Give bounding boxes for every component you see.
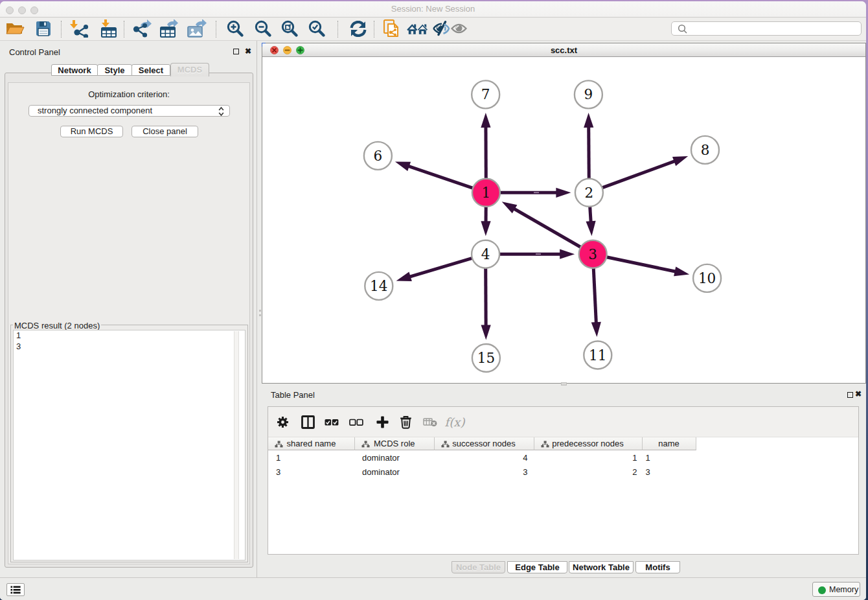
float-table-panel-button[interactable]: [847, 392, 853, 398]
close-panel-button[interactable]: ✖: [245, 48, 251, 55]
function-builder-button[interactable]: f(x): [442, 413, 467, 432]
column-header-name[interactable]: name: [643, 437, 696, 451]
save-session-button[interactable]: [33, 19, 54, 38]
mcds-result-item[interactable]: 1: [14, 330, 245, 341]
new-network-from-selection-button[interactable]: [381, 19, 402, 38]
checked-boxes-icon: [325, 419, 339, 426]
network-view-window: scc.txt 7968124314101511: [262, 43, 866, 384]
control-panel-tabs: Network Style Select MCDS: [0, 63, 257, 77]
graph-arrowhead: [502, 202, 518, 213]
deselect-all-button[interactable]: [347, 413, 366, 432]
graph-edge-3-11[interactable]: [593, 268, 596, 323]
tab-network[interactable]: Network: [51, 64, 98, 76]
vertical-splitter[interactable]: [259, 310, 261, 319]
show-panels-button[interactable]: [6, 583, 25, 596]
tab-node-table[interactable]: Node Table: [451, 561, 505, 573]
result-scrollbar[interactable]: [234, 331, 239, 559]
criterion-dropdown[interactable]: strongly connected component: [29, 105, 230, 117]
toolbar-separator: [374, 21, 374, 38]
graph-node-label: 15: [477, 350, 495, 366]
tab-network-table[interactable]: Network Table: [569, 561, 634, 573]
import-network-button[interactable]: [69, 19, 90, 38]
import-table-icon: [100, 19, 118, 38]
criterion-value: strongly connected component: [38, 106, 152, 115]
graph-edge-2-9[interactable]: [589, 126, 589, 179]
column-header-successor-nodes[interactable]: successor nodes: [435, 437, 534, 451]
mcds-result-list[interactable]: 1 3: [13, 330, 246, 560]
save-icon: [35, 20, 52, 37]
zoom-in-button[interactable]: [225, 19, 246, 38]
copy-network-icon: [382, 19, 400, 38]
apply-layout-button[interactable]: [348, 19, 369, 38]
table-settings-button[interactable]: [273, 413, 293, 432]
show-all-button[interactable]: [448, 19, 469, 38]
graph-arrowhead: [556, 188, 571, 198]
unchecked-boxes-icon: [349, 419, 363, 426]
network-window-titlebar: scc.txt: [262, 43, 865, 57]
horizontal-splitter-handle[interactable]: [561, 382, 567, 386]
table-toolbar: f(x): [268, 407, 858, 437]
delete-table-button[interactable]: [420, 413, 440, 432]
graph-arrowhead: [672, 156, 688, 166]
graph-arrowhead: [481, 325, 491, 340]
graph-node-label: 11: [589, 347, 606, 363]
first-neighbors-button[interactable]: [405, 19, 429, 38]
network-canvas[interactable]: 7968124314101511: [262, 57, 865, 383]
export-network-button[interactable]: [131, 19, 152, 38]
graph-edge-2-3[interactable]: [590, 206, 591, 223]
eye-slash-icon: [433, 21, 450, 36]
open-session-button[interactable]: [5, 19, 25, 38]
column-header-predecessor-nodes[interactable]: predecessor nodes: [534, 437, 643, 451]
graph-edge-3-10[interactable]: [606, 257, 676, 271]
import-table-button[interactable]: [98, 19, 119, 38]
graph-node-label: 14: [370, 278, 387, 294]
graph-arrowhead: [396, 272, 412, 282]
fit-content-button[interactable]: [279, 19, 300, 38]
graph-edge-4-14[interactable]: [409, 258, 473, 277]
export-table-button[interactable]: [159, 19, 179, 38]
memory-label: Memory: [829, 585, 858, 594]
control-panel-title: Control Panel: [9, 47, 60, 57]
window-title: Session: New Session: [0, 4, 866, 14]
float-panel-button[interactable]: [233, 49, 239, 54]
memory-button[interactable]: Memory: [812, 582, 860, 597]
list-icon: [10, 586, 21, 594]
column-header-shared-name[interactable]: shared name: [268, 437, 355, 451]
eye-icon: [451, 23, 467, 34]
search-input[interactable]: [687, 23, 856, 34]
tab-style[interactable]: Style: [97, 64, 132, 76]
import-network-icon: [70, 19, 89, 38]
graph-edge-3-1[interactable]: [514, 209, 582, 248]
graph-edge-1-6[interactable]: [408, 166, 474, 188]
plus-icon: [376, 416, 389, 428]
column-header-mcds-role[interactable]: MCDS role: [355, 437, 435, 451]
table-row[interactable]: 3 dominator 3 2 3: [268, 465, 696, 479]
graph-node-label: 7: [481, 86, 490, 102]
tab-select[interactable]: Select: [131, 64, 170, 76]
create-column-button[interactable]: [372, 413, 392, 432]
export-image-button[interactable]: [187, 19, 207, 38]
run-mcds-button[interactable]: Run MCDS: [60, 126, 123, 137]
tab-mcds[interactable]: MCDS: [170, 63, 209, 76]
node-table-container: f(x) shared name: [268, 406, 859, 555]
tab-motifs[interactable]: Motifs: [635, 561, 680, 573]
close-table-panel-button[interactable]: ✖: [855, 391, 862, 398]
two-homes-icon: [407, 23, 428, 34]
toolbar-separator: [61, 21, 62, 38]
table-row[interactable]: 1 dominator 4 1 1: [268, 451, 696, 465]
select-all-button[interactable]: [322, 413, 341, 432]
mcds-result-item[interactable]: 3: [14, 341, 245, 352]
zoom-selected-button[interactable]: [306, 19, 327, 38]
graph-node-label: 4: [481, 246, 490, 262]
close-panel-button-mcds[interactable]: Close panel: [131, 126, 198, 137]
graph-node-label: 2: [585, 185, 594, 201]
zoom-selected-icon: [308, 19, 326, 38]
delete-table-icon: [423, 417, 437, 427]
zoom-out-button[interactable]: [253, 19, 273, 38]
graph-edge-2-8[interactable]: [602, 161, 676, 188]
column-type-icon: [441, 441, 450, 448]
memory-status-dot: [818, 586, 826, 594]
delete-column-button[interactable]: [396, 413, 416, 432]
tab-edge-table[interactable]: Edge Table: [507, 561, 567, 573]
show-column-button[interactable]: [298, 413, 317, 432]
